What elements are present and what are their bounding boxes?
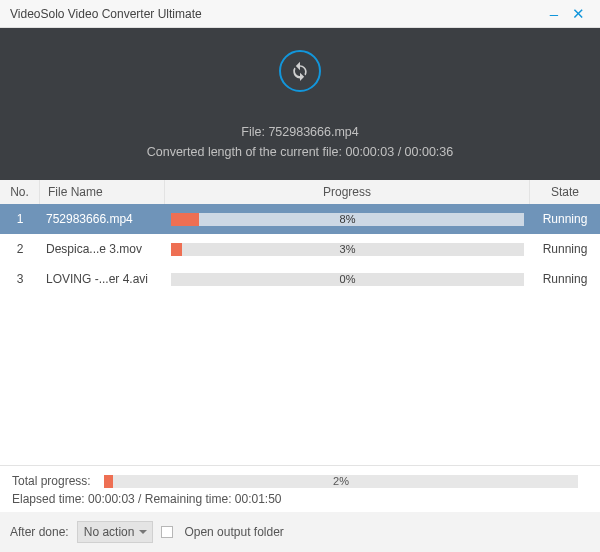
table-row[interactable]: 1752983666.mp48%Running — [0, 204, 600, 234]
row-state: Running — [530, 212, 600, 226]
row-progress-cell: 3% — [165, 243, 530, 256]
table-spacer — [0, 294, 600, 465]
total-progress-fill — [104, 475, 113, 488]
total-progress-row: Total progress: 2% — [12, 474, 588, 488]
row-progress-fill — [171, 213, 199, 226]
conversion-hero: File: 752983666.mp4 Converted length of … — [0, 28, 600, 180]
row-no: 1 — [0, 212, 40, 226]
row-filename: 752983666.mp4 — [40, 212, 165, 226]
totals-panel: Total progress: 2% Elapsed time: 00:00:0… — [0, 465, 600, 512]
row-progress-percent: 3% — [340, 243, 356, 255]
minimize-button[interactable]: – — [542, 5, 566, 22]
row-state: Running — [530, 242, 600, 256]
row-filename: LOVING -...er 4.avi — [40, 272, 165, 286]
row-state: Running — [530, 272, 600, 286]
row-no: 2 — [0, 242, 40, 256]
col-header-file[interactable]: File Name — [40, 180, 165, 204]
after-done-label: After done: — [10, 525, 69, 539]
row-progress-cell: 0% — [165, 273, 530, 286]
remaining-label: Remaining time: — [145, 492, 232, 506]
length-total: 00:00:36 — [405, 145, 454, 159]
elapsed-label: Elapsed time: — [12, 492, 85, 506]
table-row[interactable]: 2Despica...e 3.mov3%Running — [0, 234, 600, 264]
row-progress-percent: 0% — [340, 273, 356, 285]
file-name: 752983666.mp4 — [268, 125, 358, 139]
col-header-no[interactable]: No. — [0, 180, 40, 204]
table-row[interactable]: 3LOVING -...er 4.avi0%Running — [0, 264, 600, 294]
open-output-label: Open output folder — [184, 525, 283, 539]
close-button[interactable]: ✕ — [566, 5, 590, 23]
row-progress-percent: 8% — [340, 213, 356, 225]
file-label: File: — [241, 125, 265, 139]
titlebar: VideoSolo Video Converter Ultimate – ✕ — [0, 0, 600, 28]
app-window: VideoSolo Video Converter Ultimate – ✕ F… — [0, 0, 600, 552]
elapsed-value: 00:00:03 — [88, 492, 135, 506]
col-header-state[interactable]: State — [530, 180, 600, 204]
convert-icon — [279, 50, 321, 92]
row-progress-bar: 0% — [171, 273, 524, 286]
row-progress-cell: 8% — [165, 213, 530, 226]
row-progress-bar: 3% — [171, 243, 524, 256]
after-done-value: No action — [84, 525, 135, 539]
col-header-progress[interactable]: Progress — [165, 180, 530, 204]
total-progress-bar: 2% — [104, 475, 578, 488]
conversion-table: No. File Name Progress State 1752983666.… — [0, 180, 600, 512]
elapsed-remaining-line: Elapsed time: 00:00:03 / Remaining time:… — [12, 492, 588, 506]
current-file-line: File: 752983666.mp4 — [10, 122, 590, 142]
remaining-value: 00:01:50 — [235, 492, 282, 506]
length-label: Converted length of the current file: — [147, 145, 342, 159]
after-done-select[interactable]: No action — [77, 521, 154, 543]
row-filename: Despica...e 3.mov — [40, 242, 165, 256]
length-current: 00:00:03 — [345, 145, 394, 159]
row-no: 3 — [0, 272, 40, 286]
total-progress-label: Total progress: — [12, 474, 104, 488]
row-progress-bar: 8% — [171, 213, 524, 226]
footer-bar: After done: No action Open output folder — [0, 512, 600, 552]
table-body: 1752983666.mp48%Running2Despica...e 3.mo… — [0, 204, 600, 294]
row-progress-fill — [171, 243, 182, 256]
table-header: No. File Name Progress State — [0, 180, 600, 204]
total-progress-percent: 2% — [333, 475, 349, 487]
converted-length-line: Converted length of the current file: 00… — [10, 142, 590, 162]
app-title: VideoSolo Video Converter Ultimate — [10, 7, 542, 21]
open-output-checkbox[interactable] — [161, 526, 173, 538]
